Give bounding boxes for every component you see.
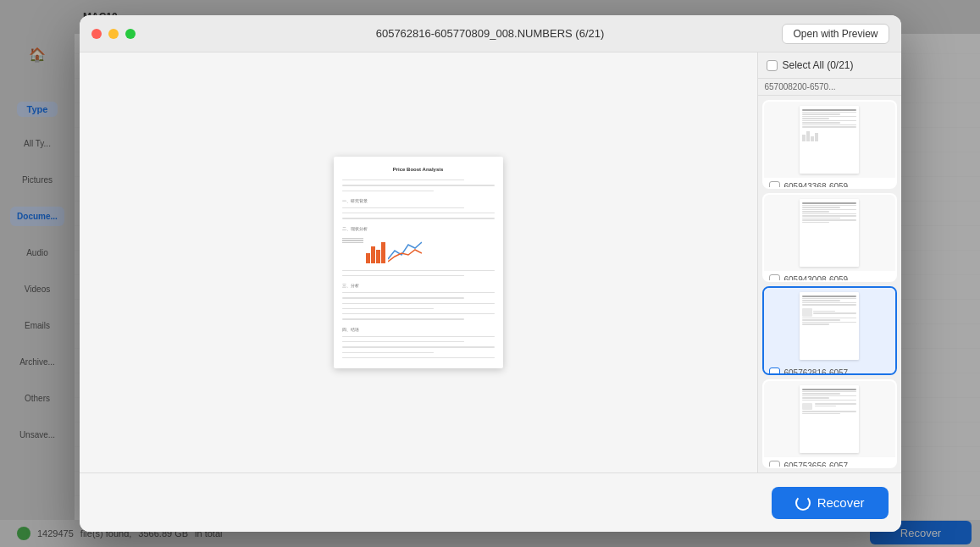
modal-overlay: 605762816-605770809_008.NUMBERS (6/21) O…	[0, 0, 980, 547]
thumb-line	[802, 393, 840, 395]
open-with-preview-button[interactable]: Open with Preview	[782, 24, 889, 44]
file-list: 605943368-6059...	[758, 96, 901, 472]
preview-line-6	[342, 218, 495, 218]
close-button[interactable]	[91, 29, 102, 39]
file-thumb-3	[764, 288, 895, 364]
list-item[interactable]: 605762816-6057...	[762, 286, 897, 375]
file-label-row-3: 605762816-6057...	[764, 364, 895, 375]
preview-line-13	[342, 313, 495, 314]
thumb-doc-1	[800, 106, 859, 174]
thumb-doc-2	[800, 199, 859, 267]
file-name-1: 605943368-6059...	[784, 182, 855, 189]
thumb-line	[802, 322, 856, 323]
thumb-line	[802, 411, 856, 412]
thumb-line	[802, 413, 840, 415]
thumb-line	[802, 118, 829, 119]
chart-svg	[388, 238, 422, 263]
preview-line-11	[342, 303, 495, 304]
preview-line-9	[342, 292, 495, 293]
thumb-line	[813, 312, 856, 314]
recover-button-label: Recover	[817, 495, 865, 510]
file-checkbox-2[interactable]	[769, 274, 780, 282]
preview-line-3	[342, 191, 434, 191]
modal-footer: Recover	[80, 472, 901, 532]
modal-body: Price Boost Analysis 一、研究背景 二、现状分析	[80, 52, 901, 472]
preview-line-4	[342, 207, 464, 208]
list-item[interactable]: 605753656-6057...	[762, 379, 897, 468]
traffic-lights	[91, 29, 136, 39]
recover-spinner-icon	[795, 495, 811, 511]
thumb-line	[802, 300, 840, 301]
thumb-line	[802, 205, 856, 207]
thumb-line	[802, 304, 856, 306]
thumb-line	[815, 406, 836, 407]
preview-doc-title: Price Boost Analysis	[342, 167, 495, 172]
modal-titlebar: 605762816-605770809_008.NUMBERS (6/21) O…	[80, 15, 901, 52]
list-item[interactable]: 605943008-6059...	[762, 193, 897, 282]
thumb-line	[802, 126, 856, 128]
preview-section-3: 三、分析	[342, 283, 495, 288]
file-checkbox-3[interactable]	[769, 367, 780, 375]
file-thumb-4	[764, 381, 895, 457]
file-checkbox-4[interactable]	[769, 461, 780, 468]
preview-line-18	[342, 352, 434, 353]
preview-line-10	[342, 297, 464, 298]
thumb-line	[802, 218, 840, 219]
thumb-line	[802, 112, 856, 113]
preview-section-4: 四、结语	[342, 327, 495, 332]
file-name-4: 605753656-6057...	[784, 461, 855, 468]
thumb-line	[802, 397, 829, 399]
preview-line-12	[342, 308, 434, 309]
thumb-line	[802, 219, 856, 221]
thumb-line	[802, 213, 856, 215]
recover-button[interactable]: Recover	[772, 487, 889, 519]
preview-line-16	[342, 341, 464, 342]
thumb-doc-4	[800, 385, 859, 453]
select-all-row[interactable]: Select All (0/21)	[758, 52, 901, 79]
preview-line-14	[342, 318, 464, 319]
preview-section-1: 一、研究背景	[342, 198, 495, 203]
thumb-line	[802, 298, 856, 300]
file-thumb-1	[764, 102, 895, 178]
select-all-checkbox[interactable]	[767, 60, 778, 71]
thumb-doc-3	[800, 292, 859, 360]
thumb-line	[813, 311, 835, 312]
list-item[interactable]: 605943368-6059...	[762, 100, 897, 189]
thumb-line	[802, 209, 856, 211]
thumb-line	[802, 116, 856, 118]
thumb-line	[802, 323, 829, 325]
document-preview: Price Boost Analysis 一、研究背景 二、现状分析	[334, 157, 503, 368]
maximize-button[interactable]	[125, 29, 136, 39]
thumb-line	[802, 202, 856, 204]
file-label-row-1: 605943368-6059...	[764, 178, 895, 189]
thumb-line	[802, 120, 856, 122]
select-all-label: Select All (0/21)	[783, 59, 854, 71]
thumb-line	[802, 395, 856, 397]
file-item-top-partial[interactable]: 657008200-6570...	[758, 79, 901, 96]
file-name-2: 605943008-6059...	[784, 275, 855, 282]
thumb-line	[802, 109, 856, 111]
thumb-line	[802, 296, 856, 297]
file-preview-modal: 605762816-605770809_008.NUMBERS (6/21) O…	[80, 15, 901, 532]
thumb-line	[802, 122, 840, 124]
file-label-row-4: 605753656-6057...	[764, 457, 895, 468]
thumb-line	[802, 391, 856, 393]
preview-section-2: 二、现状分析	[342, 226, 495, 231]
preview-line-2	[342, 185, 495, 185]
preview-line-19	[342, 357, 495, 358]
thumb-line	[802, 207, 840, 208]
preview-line-15	[342, 336, 495, 337]
preview-line-8	[342, 275, 464, 276]
thumb-line	[802, 302, 856, 304]
file-name-3: 605762816-6057...	[784, 368, 855, 375]
document-preview-area: Price Boost Analysis 一、研究背景 二、现状分析	[80, 52, 757, 472]
minimize-button[interactable]	[108, 29, 119, 39]
preview-line-17	[342, 346, 495, 347]
thumb-line	[802, 222, 829, 224]
file-list-panel: Select All (0/21) 657008200-6570...	[757, 52, 901, 472]
thumb-line	[802, 318, 856, 319]
file-checkbox-1[interactable]	[769, 181, 780, 189]
modal-title: 605762816-605770809_008.NUMBERS (6/21)	[376, 27, 605, 40]
thumb-line	[815, 403, 856, 405]
thumb-line	[802, 400, 856, 401]
